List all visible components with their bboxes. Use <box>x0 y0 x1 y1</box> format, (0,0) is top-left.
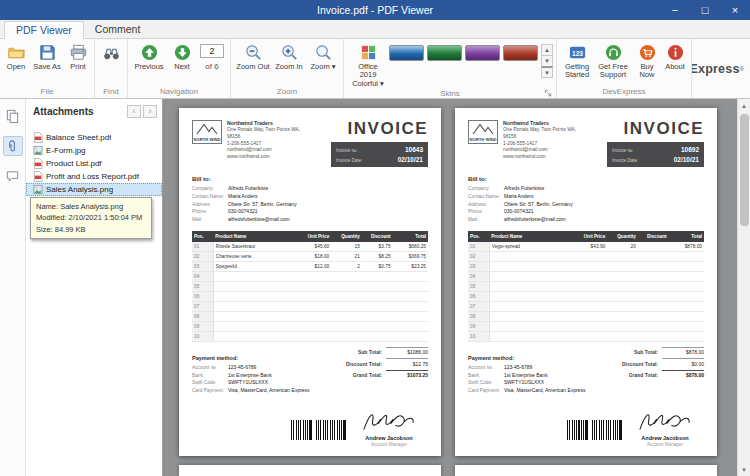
about-button[interactable]: About <box>662 40 688 86</box>
tooltip-name-line: Name: Sales Analysis.png <box>36 201 146 212</box>
invoice-table-row: 03 <box>468 261 704 271</box>
zoom-in-icon <box>280 43 299 62</box>
invoice-number: 10643 <box>405 146 423 153</box>
skin-selector-button[interactable]: Office 2019 Colorful ▾ <box>347 40 389 88</box>
attachment-prev-button[interactable]: ‹ <box>127 105 141 118</box>
bill-to-section: Bill to: Company:Alfreds Futterkiste Con… <box>192 176 428 224</box>
tab-comment[interactable]: Comment <box>84 21 152 38</box>
document-area[interactable]: NORTH WIND Northwind Traders One Portals… <box>163 99 750 476</box>
attachment-name: Balance Sheet.pdf <box>46 133 111 142</box>
main-area: Attachments ‹ › Balance Sheet.pdfE-Form.… <box>0 99 750 476</box>
attachments-panel-title: Attachments <box>33 106 94 117</box>
ribbon-group-devexpress: 123 Getting Started Get Free Support Buy… <box>557 39 692 98</box>
attachments-panel-header: Attachments ‹ › <box>26 99 162 123</box>
find-button[interactable] <box>98 40 124 86</box>
invoice-table-row: 01Vegie-spread$43.9020$878.00 <box>468 242 704 252</box>
invoice-page: NORTH WIND Northwind Traders One Portals… <box>455 108 717 456</box>
comment-bubble-icon <box>5 169 20 184</box>
save-icon <box>38 43 57 62</box>
open-button[interactable]: Open <box>3 40 29 86</box>
attachment-item[interactable]: Sales Analysis.png <box>26 183 162 196</box>
binoculars-icon <box>102 43 121 62</box>
invoice-table-row: 08 <box>468 311 704 321</box>
info-icon <box>666 43 685 62</box>
close-button[interactable]: × <box>720 0 750 20</box>
invoice-table-row: 05 <box>468 281 704 291</box>
magnifier-icon <box>314 43 333 62</box>
northwind-logo: NORTH WIND <box>468 120 498 144</box>
skin-swatch-purple[interactable] <box>465 45 500 61</box>
invoice-number: 10692 <box>681 146 699 153</box>
minimize-button[interactable]: − <box>660 0 690 20</box>
zoom-out-button[interactable]: Zoom Out <box>234 40 272 86</box>
comments-pane-button[interactable] <box>3 166 23 186</box>
attachment-item[interactable]: Profit and Loss Report.pdf <box>26 170 162 183</box>
attachments-panel: Attachments ‹ › Balance Sheet.pdfE-Form.… <box>26 99 163 476</box>
maximize-button[interactable]: □ <box>690 0 720 20</box>
attachment-next-button[interactable]: › <box>143 105 157 118</box>
ribbon-group-navigation: Previous Next 2 of 6 Navigation <box>128 39 231 98</box>
tooltip-modified-line: Modified: 2/10/2021 1:50:04 PM <box>36 212 146 223</box>
skin-swatch-green[interactable] <box>427 45 462 61</box>
skins-dialog-launcher[interactable] <box>544 89 553 98</box>
sub-total-value: $878.00 <box>662 347 704 356</box>
zoom-out-icon <box>244 43 263 62</box>
attachment-name: E-Form.jpg <box>46 146 86 155</box>
invoice-table-row: 04 <box>468 271 704 281</box>
window-controls: − □ × <box>660 0 750 20</box>
print-button[interactable]: Print <box>65 40 91 86</box>
thumbnails-pane-button[interactable] <box>3 106 23 126</box>
barcode <box>291 420 349 440</box>
bill-to-section: Bill to: Company:Alfreds Futterkiste Con… <box>468 176 704 224</box>
attachments-pane-button[interactable] <box>3 136 23 156</box>
save-as-button[interactable]: Save As <box>29 40 65 86</box>
zoom-in-button[interactable]: Zoom In <box>272 40 306 86</box>
tab-pdf-viewer[interactable]: PDF Viewer <box>4 21 84 39</box>
ribbon: Open Save As Print File Find Previous <box>0 38 750 99</box>
skin-swatch-red[interactable] <box>503 45 538 61</box>
group-caption-file: File <box>3 86 91 98</box>
svg-text:NORTH WIND: NORTH WIND <box>469 137 496 142</box>
invoice-table-row: 02 <box>468 251 704 261</box>
skin-swatch-blue[interactable] <box>389 45 424 61</box>
get-free-support-button[interactable]: Get Free Support <box>594 40 632 86</box>
page-number-input[interactable]: 2 <box>200 44 224 58</box>
pdf-file-icon <box>33 171 43 182</box>
ribbon-tab-row: PDF Viewer Comment <box>0 20 750 38</box>
grand-total-value: $1073.25 <box>386 370 428 379</box>
next-button[interactable]: Next <box>167 40 197 86</box>
barcode <box>567 420 625 440</box>
open-folder-icon <box>7 43 26 62</box>
invoice-header: NORTH WIND Northwind Traders One Portals… <box>468 120 704 167</box>
next-page-partial <box>179 465 441 476</box>
pages-icon <box>5 109 20 124</box>
discount-total-value: $0.00 <box>662 358 704 367</box>
signer-title: Account Manager <box>626 442 704 447</box>
page-count-label: of 6 <box>205 62 218 71</box>
gallery-dropdown-button[interactable]: ▾ <box>541 66 553 78</box>
vertical-scrollbar[interactable]: ▴ ▾ <box>737 99 750 476</box>
image-file-icon <box>33 184 43 195</box>
attachment-name: Profit and Loss Report.pdf <box>46 172 139 181</box>
signer-title: Account Manager <box>350 442 428 447</box>
buy-now-button[interactable]: Buy Now <box>632 40 662 86</box>
scrollbar-up-arrow[interactable]: ▴ <box>738 99 750 112</box>
zoom-dropdown-button[interactable]: Zoom ▾ <box>306 40 340 86</box>
invoice-header: NORTH WIND Northwind Traders One Portals… <box>192 120 428 167</box>
group-caption-navigation: Navigation <box>131 86 227 98</box>
attachment-item[interactable]: Product List.pdf <box>26 157 162 170</box>
attachment-item[interactable]: E-Form.jpg <box>26 144 162 157</box>
previous-button[interactable]: Previous <box>131 40 167 86</box>
attachment-item[interactable]: Balance Sheet.pdf <box>26 131 162 144</box>
scrollbar-thumb[interactable] <box>740 114 749 226</box>
scrollbar-down-arrow[interactable]: ▾ <box>738 463 750 476</box>
attachments-list: Balance Sheet.pdfE-Form.jpgProduct List.… <box>26 123 162 196</box>
invoice-table-row: 02Chartreuse verte$18.0021$8.25$369.75 <box>192 251 428 261</box>
invoice-table: Pos. Product Name Unit Price Quantity Di… <box>192 231 428 342</box>
getting-started-button[interactable]: 123 Getting Started <box>560 40 594 86</box>
invoice-table-row: 08 <box>192 311 428 321</box>
invoice-page: NORTH WIND Northwind Traders One Portals… <box>179 108 441 456</box>
signature-scribble <box>634 409 696 434</box>
signer-name: Andrew Jacobson <box>350 435 428 441</box>
invoice-meta-box: Invoice №:10692 Invoice Date:02/10/21 <box>607 142 704 167</box>
